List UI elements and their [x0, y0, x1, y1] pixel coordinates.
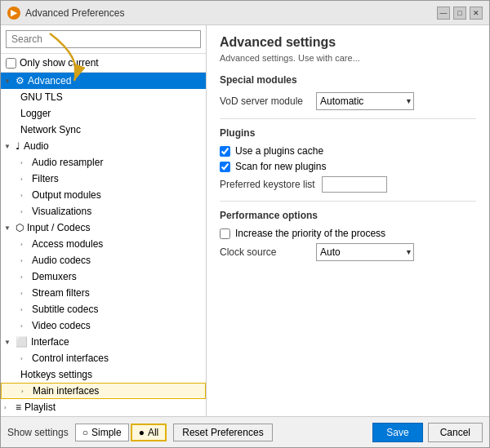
chevron-right-icon: › — [20, 175, 29, 183]
tree-item-filters[interactable]: › Filters — [1, 171, 206, 187]
all-radio-button[interactable]: ● All — [131, 424, 167, 441]
tree-item-visualizations-label: Visualizations — [32, 206, 91, 217]
only-show-current-row: Only show current — [1, 54, 206, 73]
left-panel: Only show current ▼ ⚙ Advanced GNU TLS L… — [1, 25, 207, 416]
plugins-section-label: Plugins — [220, 127, 476, 139]
chevron-right-icon: › — [20, 192, 29, 199]
tree-item-video-codecs[interactable]: › Video codecs — [1, 317, 206, 334]
tree-item-audio-resampler-label: Audio resampler — [32, 157, 103, 168]
title-bar: ▶ Advanced Preferences — □ ✕ — [1, 1, 489, 25]
tree-group-interface-label: Interface — [31, 336, 69, 348]
clock-source-select[interactable]: Auto System Monotonic — [316, 243, 414, 261]
vod-server-module-row: VoD server module Automatic None ▼ — [220, 92, 476, 110]
tree-item-stream-filters-label: Stream filters — [32, 287, 90, 299]
maximize-button[interactable]: □ — [453, 7, 466, 20]
tree-item-gnu-tls[interactable]: GNU TLS — [1, 89, 206, 105]
right-panel: Advanced settings Advanced settings. Use… — [207, 25, 489, 416]
tree-item-audio-resampler[interactable]: › Audio resampler — [1, 154, 206, 171]
show-settings-label: Show settings — [7, 427, 69, 438]
simple-radio-icon: ○ — [82, 427, 88, 438]
only-show-current-checkbox[interactable] — [6, 58, 16, 69]
special-modules-section-label: Special modules — [220, 74, 476, 86]
use-plugins-cache-label: Use a plugins cache — [235, 145, 323, 157]
preferred-keystore-row: Preferred keystore list — [220, 176, 476, 193]
minimize-button[interactable]: — — [437, 7, 450, 20]
chevron-right-icon: › — [20, 241, 29, 248]
bottom-bar: Show settings ○ Simple ● All Reset Prefe… — [1, 416, 489, 447]
vod-server-module-select[interactable]: Automatic None — [316, 92, 414, 110]
app-icon: ▶ — [7, 7, 20, 20]
increase-priority-row: Increase the priority of the process — [220, 228, 476, 239]
page-title: Advanced settings — [220, 35, 476, 50]
vod-server-module-select-wrapper: Automatic None ▼ — [316, 92, 414, 110]
preferred-keystore-input[interactable] — [322, 176, 387, 193]
divider-1 — [220, 118, 476, 119]
chevron-right-icon: › — [20, 290, 29, 297]
tree-item-control-interfaces-label: Control interfaces — [32, 353, 109, 364]
tree-item-access-modules-label: Access modules — [32, 238, 103, 250]
clock-source-select-wrapper: Auto System Monotonic ▼ — [316, 243, 414, 261]
close-button[interactable]: ✕ — [470, 7, 483, 20]
divider-2 — [220, 201, 476, 202]
tree-group-audio-label: Audio — [24, 140, 49, 152]
cancel-button[interactable]: Cancel — [428, 423, 483, 442]
scan-new-plugins-checkbox[interactable] — [220, 162, 230, 172]
tree-group-audio[interactable]: ▼ ♩ Audio — [1, 138, 206, 154]
window-title: Advanced Preferences — [25, 7, 437, 19]
chevron-right-icon: › — [20, 257, 29, 264]
tree-item-stream-filters[interactable]: › Stream filters — [1, 285, 206, 301]
chevron-right-icon: › — [20, 273, 29, 281]
reset-preferences-button[interactable]: Reset Preferences — [173, 424, 272, 441]
chevron-right-icon: › — [20, 159, 29, 166]
tree-item-output-modules[interactable]: › Output modules — [1, 187, 206, 203]
tree-group-playlist-label: Playlist — [24, 401, 56, 413]
tree-item-logger[interactable]: Logger — [1, 105, 206, 122]
tree-item-access-modules[interactable]: › Access modules — [1, 236, 206, 252]
input-codecs-icon: ⬡ — [16, 222, 24, 233]
simple-radio-label: Simple — [91, 427, 122, 438]
tree-group-playlist[interactable]: › ≡ Playlist — [1, 399, 206, 415]
tree-group-advanced-label: Advanced — [28, 75, 71, 86]
search-input[interactable] — [6, 30, 201, 48]
tree-group-interface[interactable]: ▼ ⬜ Interface — [1, 334, 206, 350]
clock-source-row: Clock source Auto System Monotonic ▼ — [220, 243, 476, 261]
tree-group-advanced[interactable]: ▼ ⚙ Advanced — [1, 73, 206, 89]
advanced-preferences-window: ▶ Advanced Preferences — □ ✕ Only show c… — [0, 0, 490, 448]
tree-item-hotkeys-settings-label: Hotkeys settings — [20, 369, 92, 380]
tree-item-audio-codecs[interactable]: › Audio codecs — [1, 252, 206, 268]
use-plugins-cache-checkbox[interactable] — [220, 146, 230, 157]
chevron-right-icon: › — [20, 208, 29, 215]
tree-item-control-interfaces[interactable]: › Control interfaces — [1, 350, 206, 366]
chevron-down-icon: ▼ — [4, 339, 12, 346]
use-plugins-cache-row: Use a plugins cache — [220, 145, 476, 157]
tree-group-input-codecs-label: Input / Codecs — [27, 222, 90, 233]
tree-item-output-modules-label: Output modules — [32, 189, 101, 201]
chevron-right-icon: › — [4, 404, 12, 411]
increase-priority-checkbox[interactable] — [220, 228, 230, 239]
chevron-right-icon: › — [20, 322, 29, 330]
simple-radio-button[interactable]: ○ Simple — [75, 424, 129, 441]
tree-item-demuxers[interactable]: › Demuxers — [1, 268, 206, 285]
vod-server-module-label: VoD server module — [220, 95, 310, 107]
clock-source-label: Clock source — [220, 246, 310, 258]
only-show-current-label: Only show current — [20, 57, 99, 69]
chevron-down-icon: ▼ — [4, 143, 12, 150]
tree-container: ▼ ⚙ Advanced GNU TLS Logger Network Sync… — [1, 73, 206, 416]
tree-item-visualizations[interactable]: › Visualizations — [1, 203, 206, 220]
tree-item-subtitle-codecs[interactable]: › Subtitle codecs — [1, 301, 206, 317]
music-icon: ♩ — [16, 140, 20, 152]
tree-item-demuxers-label: Demuxers — [32, 271, 77, 282]
increase-priority-label: Increase the priority of the process — [235, 228, 385, 239]
interface-icon: ⬜ — [16, 336, 28, 348]
tree-group-input-codecs[interactable]: ▼ ⬡ Input / Codecs — [1, 220, 206, 236]
performance-options-section-label: Performance options — [220, 210, 476, 221]
chevron-right-icon: › — [20, 355, 29, 362]
tree-item-main-interfaces[interactable]: › Main interfaces — [1, 383, 206, 399]
chevron-right-icon: › — [21, 388, 29, 395]
save-button[interactable]: Save — [372, 423, 422, 442]
window-controls: — □ ✕ — [437, 7, 483, 20]
tree-item-hotkeys-settings[interactable]: Hotkeys settings — [1, 366, 206, 383]
gear-icon: ⚙ — [16, 75, 24, 86]
tree-item-network-sync[interactable]: Network Sync — [1, 122, 206, 138]
page-subtitle: Advanced settings. Use with care... — [220, 53, 476, 63]
